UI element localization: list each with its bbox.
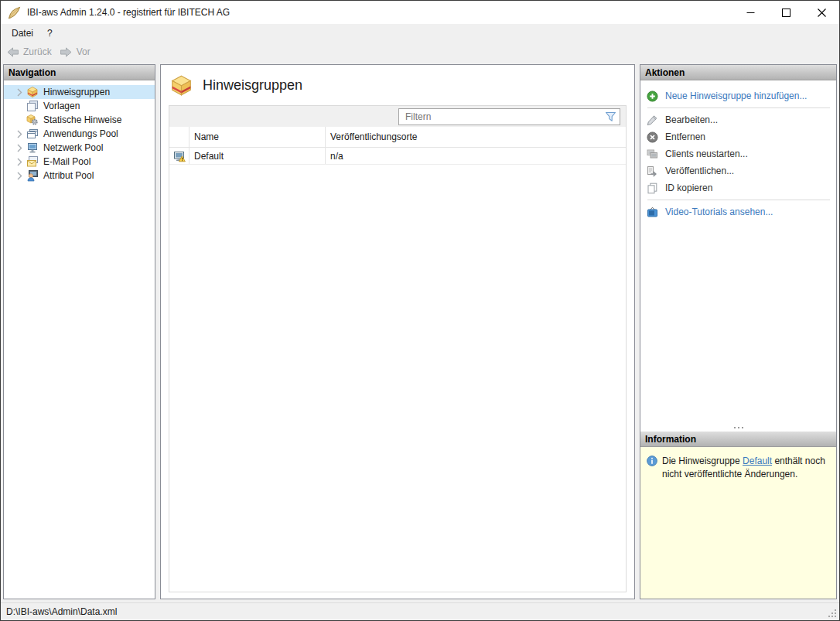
panel-splitter[interactable] <box>640 423 836 432</box>
tree-item-label: Statische Hinweise <box>43 114 121 125</box>
video-tutorials-icon <box>647 206 658 218</box>
tree-item-label: E-Mail Pool <box>43 156 90 167</box>
column-icon[interactable] <box>169 127 189 147</box>
filter-bar <box>169 106 626 127</box>
tree-item-vorlagen[interactable]: Vorlagen <box>4 99 155 113</box>
action-edit[interactable]: Bearbeiten... <box>647 111 831 128</box>
copy-id-icon <box>647 183 658 194</box>
maximize-icon <box>782 9 790 17</box>
menu-help[interactable]: ? <box>40 24 60 43</box>
minimize-icon <box>746 9 755 17</box>
forward-label: Vor <box>77 46 90 57</box>
chevron-right-icon[interactable] <box>14 172 26 180</box>
action-remove[interactable]: Entfernen <box>647 128 831 145</box>
content-area: Navigation Hinw <box>1 61 839 602</box>
network-pool-icon <box>26 142 39 154</box>
chevron-right-icon[interactable] <box>14 144 26 152</box>
tree-item-label: Attribut Pool <box>43 170 94 181</box>
info-icon <box>647 456 657 466</box>
forward-arrow-icon <box>60 47 73 57</box>
main-panel: Hinweisgruppen Name Veröffentlichungsort… <box>160 64 635 599</box>
static-notices-icon <box>26 114 39 126</box>
filter-input[interactable] <box>398 108 620 125</box>
forward-button[interactable]: Vor <box>60 46 90 57</box>
remove-icon <box>647 131 658 143</box>
tree-item-label: Anwendungs Pool <box>43 128 118 139</box>
navigation-toolbar: Zurück Vor <box>1 43 839 61</box>
actions-separator <box>647 107 830 108</box>
column-name[interactable]: Name <box>189 127 325 147</box>
maximize-button[interactable] <box>768 1 804 24</box>
table-row[interactable]: Default n/a <box>169 148 626 165</box>
attribute-pool-icon <box>26 169 39 182</box>
menu-datei[interactable]: Datei <box>5 24 40 43</box>
resize-grip[interactable] <box>828 609 838 619</box>
tree-item-attribut-pool[interactable]: Attribut Pool <box>4 169 155 183</box>
actions-header: Aktionen <box>640 65 836 80</box>
default-group-link[interactable]: Default <box>743 456 772 466</box>
actions-empty-area <box>640 220 836 423</box>
tree-item-email-pool[interactable]: E-Mail Pool <box>4 155 155 169</box>
actions-list: Neue Hinweisgruppe hinzufügen... Bearbei… <box>640 80 836 220</box>
action-video-tutorials[interactable]: Video-Tutorials ansehen... <box>647 203 831 220</box>
tree-item-hinweisgruppen[interactable]: Hinweisgruppen <box>4 85 155 99</box>
tree-item-statische-hinweise[interactable]: Statische Hinweise <box>4 113 155 127</box>
filter-funnel-icon[interactable] <box>605 111 616 122</box>
row-name: Default <box>189 148 325 164</box>
edit-icon <box>647 114 658 126</box>
navigation-tree: Hinweisgruppen Vorlagen <box>4 80 155 183</box>
minimize-button[interactable] <box>732 1 768 24</box>
action-add-notice-group[interactable]: Neue Hinweisgruppe hinzufügen... <box>647 87 831 104</box>
table-header: Name Veröffentlichungsorte <box>169 127 626 148</box>
notice-group-icon <box>170 74 193 97</box>
publish-icon <box>647 165 658 177</box>
title-bar: IBI-aws Admin 1.24.0 - registriert für I… <box>1 1 839 24</box>
tree-item-label: Netzwerk Pool <box>43 142 103 153</box>
add-icon <box>647 90 658 102</box>
chevron-right-icon[interactable] <box>14 130 26 138</box>
notice-group-list: Name Veröffentlichungsorte <box>169 105 627 592</box>
tree-item-label: Vorlagen <box>43 101 80 111</box>
column-veroeffentlichungsorte[interactable]: Veröffentlichungsorte <box>325 127 626 147</box>
navigation-header: Navigation <box>4 65 155 80</box>
window-title: IBI-aws Admin 1.24.0 - registriert für I… <box>27 7 732 18</box>
app-logo-icon <box>8 6 21 19</box>
application-pool-icon <box>26 128 39 140</box>
actions-separator <box>647 200 830 200</box>
action-publish[interactable]: Veröffentlichen... <box>647 162 831 179</box>
notice-group-icon <box>26 86 39 98</box>
row-locations: n/a <box>325 148 626 164</box>
action-restart-clients[interactable]: Clients neustarten... <box>647 145 831 162</box>
app-window: IBI-aws Admin 1.24.0 - registriert für I… <box>0 0 840 621</box>
tree-item-netzwerk-pool[interactable]: Netzwerk Pool <box>4 141 155 155</box>
menu-bar: Datei ? <box>1 24 839 43</box>
information-header: Information <box>640 432 836 447</box>
tree-item-anwendungs-pool[interactable]: Anwendungs Pool <box>4 127 155 141</box>
back-button[interactable]: Zurück <box>6 46 52 57</box>
page-title: Hinweisgruppen <box>203 77 302 94</box>
information-message: Die Hinweisgruppe Default enthält noch n… <box>662 455 830 482</box>
tree-item-label: Hinweisgruppen <box>43 87 110 97</box>
chevron-right-icon[interactable] <box>14 88 26 97</box>
chevron-right-icon[interactable] <box>14 158 26 166</box>
page-title-block: Hinweisgruppen <box>161 65 634 104</box>
action-copy-id[interactable]: ID kopieren <box>647 179 831 196</box>
notice-group-warning-icon <box>173 150 186 162</box>
status-bar: D:\IBI-aws\Admin\Data.xml <box>1 602 839 620</box>
back-arrow-icon <box>6 47 19 57</box>
restart-clients-icon <box>647 148 658 160</box>
navigation-panel: Navigation Hinw <box>3 64 155 599</box>
templates-icon <box>26 100 39 112</box>
close-icon <box>818 9 826 17</box>
information-body: Die Hinweisgruppe Default enthält noch n… <box>640 447 836 599</box>
table-empty-area <box>169 165 626 592</box>
actions-panel: Aktionen Neue Hinweisgruppe hinzufügen..… <box>640 64 837 599</box>
email-pool-icon <box>26 155 39 168</box>
data-file-path: D:\IBI-aws\Admin\Data.xml <box>6 606 117 617</box>
close-button[interactable] <box>804 1 839 24</box>
back-label: Zurück <box>23 46 52 57</box>
